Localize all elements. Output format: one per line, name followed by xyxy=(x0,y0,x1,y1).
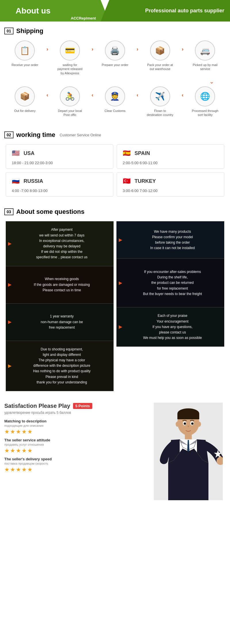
step-icon-7: 🚴 xyxy=(65,92,75,101)
country-header-spain: 🇪🇸 SPAIN xyxy=(121,148,220,158)
step-7: 🚴 Depart your local Post offic xyxy=(56,86,84,117)
q-arrow-left-1: ▶ xyxy=(8,240,12,247)
step-label-8: Clear Customs xyxy=(105,109,126,113)
country-header-turkey: 🇹🇷 TURKEY xyxy=(121,176,220,186)
working-time-num: 02 xyxy=(4,131,14,138)
step-label-2: waiting for payment released by Aliexpre… xyxy=(56,63,84,75)
satisfaction-right xyxy=(151,403,226,500)
header-brand: ACCReplment xyxy=(66,0,101,22)
step-circle-2: 💳 xyxy=(60,40,80,61)
shipping-title-row: 01 Shipping xyxy=(4,27,226,35)
step-icon-2: 💳 xyxy=(65,46,75,55)
turkey-name: TURKEY xyxy=(135,178,156,184)
q-arrow-left-4: ▶ xyxy=(8,362,12,370)
questions-grid: ▶ After payment we will send out within … xyxy=(4,221,226,391)
step-2: 💳 waiting for payment released by Aliexp… xyxy=(56,40,84,75)
q-arrow-right-1: ▶ xyxy=(119,236,122,244)
russia-name: RUSSIA xyxy=(24,178,43,184)
usa-times: 18:00 - 21:00 22:00-3:00 xyxy=(12,161,109,165)
step-icon-9: ✈️ xyxy=(155,92,165,101)
step-10: 🌐 Processed through sort facility xyxy=(191,86,219,117)
q-arrow-left-2: ▶ xyxy=(8,281,12,288)
svg-point-13 xyxy=(184,422,186,425)
step-6: 📦 Out for delivery xyxy=(11,86,39,113)
satisfaction-left: Satisfaction Please Play 5 Points удовле… xyxy=(4,403,148,500)
q-text-right-1: We have many products Please confirm you… xyxy=(150,229,195,251)
working-time-title-row: 02 working time Customer Service Online xyxy=(4,131,226,139)
step-circle-5: 🚐 xyxy=(195,40,215,61)
step-circle-10: 🌐 xyxy=(195,86,215,106)
rating-stars-2: ★★★★★ xyxy=(4,447,148,454)
questions-right-col: ▶ We have many products Please confirm y… xyxy=(116,221,224,391)
rating-label-2: The seller service attitude xyxy=(4,438,148,442)
arrow-8: ‹ xyxy=(182,86,183,98)
shipping-num: 01 xyxy=(4,28,14,34)
country-grid: 🇺🇸 USA 18:00 - 21:00 22:00-3:00 🇪🇸 SPAIN… xyxy=(4,144,226,197)
questions-section: 03 About some questions ▶ After payment … xyxy=(0,202,230,397)
step-label-9: Flown to destination country xyxy=(146,109,174,117)
step-label-7: Depart your local Post offic xyxy=(56,109,84,117)
satisfaction-title: Satisfaction Please Play xyxy=(4,403,70,409)
step-3: 🖨️ Prepare your order xyxy=(101,40,129,67)
step-circle-3: 🖨️ xyxy=(105,40,125,61)
rating-label-3: The seller's delivery speed xyxy=(4,457,148,461)
q-panel-right-1: ▶ We have many products Please confirm y… xyxy=(116,221,224,259)
step-circle-4: 📦 xyxy=(150,40,170,61)
q-text-right-2: If you encounter after-sales problems Du… xyxy=(143,269,202,297)
step-label-3: Prepare your order xyxy=(102,63,128,67)
rating-stars-3: ★★★★★ xyxy=(4,466,148,473)
steps-row-1: 📋 Receive your order › 💳 waiting for pay… xyxy=(7,40,223,75)
brand-label: ACCReplment xyxy=(71,16,96,20)
satisfaction-section: Satisfaction Please Play 5 Points удовле… xyxy=(0,397,230,506)
q-panel-left-3: ▶ 1 year warranty non-human damage can b… xyxy=(6,304,114,341)
down-arrow: ⌄ xyxy=(7,78,223,85)
arrow-2: › xyxy=(92,40,93,52)
questions-left-col: ▶ After payment we will send out within … xyxy=(6,221,114,391)
satisfaction-title-row: Satisfaction Please Play 5 Points xyxy=(4,403,148,409)
step-icon-10: 🌐 xyxy=(200,92,210,101)
person-illustration xyxy=(154,403,223,500)
step-label-1: Receive your order xyxy=(12,63,38,67)
q-text-left-1: After payment we will send out within 7 … xyxy=(36,227,88,260)
header-about: About us xyxy=(0,0,66,22)
working-time-section: 02 working time Customer Service Online … xyxy=(0,125,230,202)
rating-sub-2: продавец услуг отношения xyxy=(4,443,148,446)
step-circle-6: 📦 xyxy=(15,86,35,106)
spain-times: 2:00-5:00 6:00-11:00 xyxy=(123,161,220,165)
spain-name: SPAIN xyxy=(135,150,150,156)
rating-sub-3: поставка продавцом скорость xyxy=(4,462,148,465)
step-1: 📋 Receive your order xyxy=(11,40,39,67)
rating-label-1: Matching to description xyxy=(4,419,148,423)
step-icon-3: 🖨️ xyxy=(110,46,120,55)
questions-title: About some questions xyxy=(16,208,85,216)
country-card-spain: 🇪🇸 SPAIN 2:00-5:00 6:00-11:00 xyxy=(117,144,224,169)
country-header-russia: 🇷🇺 RUSSIA xyxy=(10,176,109,186)
about-title: About us xyxy=(16,6,50,15)
questions-title-row: 03 About some questions xyxy=(4,208,226,216)
arrow-1: › xyxy=(47,40,48,52)
shipping-section: 01 Shipping 📋 Receive your order › 💳 wai… xyxy=(0,22,230,125)
q-panel-left-4: ▶ Due to shooting equipment, light and d… xyxy=(6,341,114,391)
country-card-turkey: 🇹🇷 TURKEY 3:00-6:00 7:00-12:00 xyxy=(117,172,224,197)
satisfaction-subtitle: удовлетворение просьба играть 5 баллов xyxy=(4,411,148,415)
rating-sub-1: подходящие для описания xyxy=(4,424,148,427)
shipping-title-text: Shipping xyxy=(16,27,43,35)
russia-times: 4:00 -7:00 8:00-13:00 xyxy=(12,189,109,193)
step-circle-9: ✈️ xyxy=(150,86,170,106)
questions-num: 03 xyxy=(4,208,14,215)
q-panel-left-1: ▶ After payment we will send out within … xyxy=(6,221,114,266)
country-card-usa: 🇺🇸 USA 18:00 - 21:00 22:00-3:00 xyxy=(6,144,113,169)
q-arrow-right-2: ▶ xyxy=(119,279,122,287)
header: About us ACCReplment Professional auto p… xyxy=(0,0,230,22)
step-circle-7: 🚴 xyxy=(60,86,80,106)
header-tagline: Professional auto parts supplier xyxy=(101,0,230,22)
q-panel-left-2: ▶ When receiving goods If the goods are … xyxy=(6,266,114,304)
svg-point-14 xyxy=(191,422,193,425)
working-time-title: working time xyxy=(16,131,55,139)
tagline-text: Professional auto parts supplier xyxy=(145,8,224,14)
q-text-right-3: Each of your praise Your encouragement I… xyxy=(143,313,202,341)
svg-point-15 xyxy=(176,422,179,427)
q-text-left-2: When receiving goods If the goods are da… xyxy=(34,276,90,293)
country-card-russia: 🇷🇺 RUSSIA 4:00 -7:00 8:00-13:00 xyxy=(6,172,113,197)
arrow-4: › xyxy=(182,40,183,52)
